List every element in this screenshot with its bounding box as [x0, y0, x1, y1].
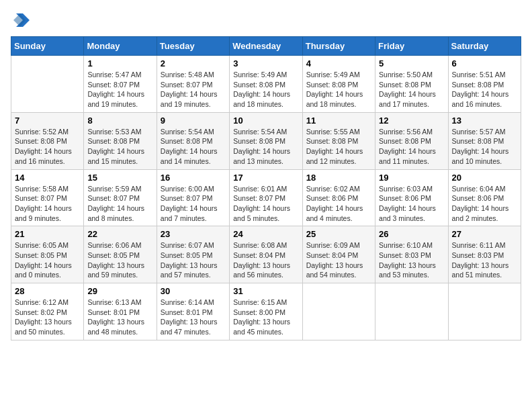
calendar-cell: 16Sunrise: 6:00 AMSunset: 8:07 PMDayligh…	[157, 169, 229, 226]
calendar-cell: 8Sunrise: 5:53 AMSunset: 8:08 PMDaylight…	[84, 112, 157, 169]
weekday-header-wednesday: Wednesday	[230, 37, 302, 56]
day-number: 27	[452, 229, 517, 239]
calendar-cell: 20Sunrise: 6:04 AMSunset: 8:06 PMDayligh…	[448, 169, 521, 226]
cell-content: Sunrise: 6:13 AMSunset: 8:01 PMDaylight:…	[87, 298, 152, 337]
calendar-cell: 24Sunrise: 6:08 AMSunset: 8:04 PMDayligh…	[230, 226, 302, 283]
cell-content: Sunrise: 6:15 AMSunset: 8:00 PMDaylight:…	[233, 298, 298, 337]
day-number: 13	[452, 116, 517, 126]
calendar-cell	[448, 283, 521, 340]
cell-content: Sunrise: 5:58 AMSunset: 8:07 PMDaylight:…	[15, 184, 80, 224]
calendar-week-row: 1Sunrise: 5:47 AMSunset: 8:07 PMDaylight…	[11, 56, 521, 113]
calendar-cell: 2Sunrise: 5:48 AMSunset: 8:07 PMDaylight…	[157, 56, 229, 113]
calendar-cell: 21Sunrise: 6:05 AMSunset: 8:05 PMDayligh…	[11, 226, 84, 283]
cell-content: Sunrise: 5:47 AMSunset: 8:07 PMDaylight:…	[87, 70, 152, 109]
calendar-cell: 18Sunrise: 6:02 AMSunset: 8:06 PMDayligh…	[302, 169, 375, 226]
calendar-week-row: 7Sunrise: 5:52 AMSunset: 8:08 PMDaylight…	[11, 112, 521, 169]
calendar-cell: 7Sunrise: 5:52 AMSunset: 8:08 PMDaylight…	[11, 112, 84, 169]
day-number: 30	[161, 286, 226, 296]
calendar-cell: 23Sunrise: 6:07 AMSunset: 8:05 PMDayligh…	[157, 226, 229, 283]
calendar-cell: 13Sunrise: 5:57 AMSunset: 8:08 PMDayligh…	[448, 112, 521, 169]
cell-content: Sunrise: 6:08 AMSunset: 8:04 PMDaylight:…	[233, 240, 298, 280]
weekday-header-friday: Friday	[375, 37, 448, 56]
cell-content: Sunrise: 6:09 AMSunset: 8:04 PMDaylight:…	[306, 240, 371, 280]
calendar-cell: 6Sunrise: 5:51 AMSunset: 8:08 PMDaylight…	[448, 56, 521, 113]
cell-content: Sunrise: 5:50 AMSunset: 8:08 PMDaylight:…	[379, 70, 444, 109]
day-number: 3	[233, 58, 298, 68]
day-number: 25	[306, 229, 371, 239]
day-number: 24	[233, 229, 298, 239]
day-number: 9	[161, 116, 226, 126]
logo-icon	[11, 11, 30, 30]
day-number: 5	[379, 58, 444, 68]
calendar-cell: 9Sunrise: 5:54 AMSunset: 8:08 PMDaylight…	[157, 112, 229, 169]
day-number: 11	[306, 116, 371, 126]
cell-content: Sunrise: 6:10 AMSunset: 8:03 PMDaylight:…	[379, 240, 444, 280]
cell-content: Sunrise: 6:14 AMSunset: 8:01 PMDaylight:…	[161, 298, 226, 337]
calendar-cell: 3Sunrise: 5:49 AMSunset: 8:08 PMDaylight…	[230, 56, 302, 113]
day-number: 28	[15, 286, 80, 296]
calendar-week-row: 14Sunrise: 5:58 AMSunset: 8:07 PMDayligh…	[11, 169, 521, 226]
day-number: 31	[233, 286, 298, 296]
weekday-header-thursday: Thursday	[302, 37, 375, 56]
calendar-table: SundayMondayTuesdayWednesdayThursdayFrid…	[11, 36, 521, 340]
calendar-cell: 29Sunrise: 6:13 AMSunset: 8:01 PMDayligh…	[84, 283, 157, 340]
cell-content: Sunrise: 6:12 AMSunset: 8:02 PMDaylight:…	[15, 298, 80, 337]
weekday-header-tuesday: Tuesday	[157, 37, 229, 56]
cell-content: Sunrise: 6:00 AMSunset: 8:07 PMDaylight:…	[161, 184, 226, 224]
calendar-cell: 22Sunrise: 6:06 AMSunset: 8:05 PMDayligh…	[84, 226, 157, 283]
calendar-cell: 30Sunrise: 6:14 AMSunset: 8:01 PMDayligh…	[157, 283, 229, 340]
calendar-cell: 4Sunrise: 5:49 AMSunset: 8:08 PMDaylight…	[302, 56, 375, 113]
day-number: 2	[161, 58, 226, 68]
day-number: 6	[452, 58, 517, 68]
cell-content: Sunrise: 6:02 AMSunset: 8:06 PMDaylight:…	[306, 184, 371, 224]
weekday-header-monday: Monday	[84, 37, 157, 56]
calendar-cell: 26Sunrise: 6:10 AMSunset: 8:03 PMDayligh…	[375, 226, 448, 283]
calendar-cell: 17Sunrise: 6:01 AMSunset: 8:07 PMDayligh…	[230, 169, 302, 226]
cell-content: Sunrise: 6:07 AMSunset: 8:05 PMDaylight:…	[161, 240, 226, 280]
day-number: 26	[379, 229, 444, 239]
calendar-cell: 15Sunrise: 5:59 AMSunset: 8:07 PMDayligh…	[84, 169, 157, 226]
day-number: 21	[15, 229, 80, 239]
cell-content: Sunrise: 6:03 AMSunset: 8:06 PMDaylight:…	[379, 184, 444, 224]
day-number: 19	[379, 173, 444, 183]
cell-content: Sunrise: 5:48 AMSunset: 8:07 PMDaylight:…	[161, 70, 226, 109]
day-number: 8	[87, 116, 152, 126]
cell-content: Sunrise: 5:51 AMSunset: 8:08 PMDaylight:…	[452, 70, 517, 109]
calendar-cell: 19Sunrise: 6:03 AMSunset: 8:06 PMDayligh…	[375, 169, 448, 226]
weekday-header-saturday: Saturday	[448, 37, 521, 56]
calendar-cell: 28Sunrise: 6:12 AMSunset: 8:02 PMDayligh…	[11, 283, 84, 340]
day-number: 14	[15, 173, 80, 183]
cell-content: Sunrise: 6:11 AMSunset: 8:03 PMDaylight:…	[452, 240, 517, 280]
calendar-cell: 11Sunrise: 5:55 AMSunset: 8:08 PMDayligh…	[302, 112, 375, 169]
day-number: 17	[233, 173, 298, 183]
cell-content: Sunrise: 6:01 AMSunset: 8:07 PMDaylight:…	[233, 184, 298, 224]
cell-content: Sunrise: 5:54 AMSunset: 8:08 PMDaylight:…	[233, 127, 298, 167]
calendar-week-row: 21Sunrise: 6:05 AMSunset: 8:05 PMDayligh…	[11, 226, 521, 283]
day-number: 12	[379, 116, 444, 126]
cell-content: Sunrise: 5:49 AMSunset: 8:08 PMDaylight:…	[306, 70, 371, 109]
day-number: 7	[15, 116, 80, 126]
logo	[11, 11, 32, 30]
cell-content: Sunrise: 6:06 AMSunset: 8:05 PMDaylight:…	[87, 240, 152, 280]
day-number: 1	[87, 58, 152, 68]
calendar-cell	[375, 283, 448, 340]
day-number: 16	[161, 173, 226, 183]
calendar-cell: 10Sunrise: 5:54 AMSunset: 8:08 PMDayligh…	[230, 112, 302, 169]
calendar-cell	[11, 56, 84, 113]
calendar-cell: 14Sunrise: 5:58 AMSunset: 8:07 PMDayligh…	[11, 169, 84, 226]
calendar-cell: 1Sunrise: 5:47 AMSunset: 8:07 PMDaylight…	[84, 56, 157, 113]
day-number: 15	[87, 173, 152, 183]
cell-content: Sunrise: 6:05 AMSunset: 8:05 PMDaylight:…	[15, 240, 80, 280]
cell-content: Sunrise: 5:55 AMSunset: 8:08 PMDaylight:…	[306, 127, 371, 167]
weekday-header-sunday: Sunday	[11, 37, 84, 56]
cell-content: Sunrise: 5:53 AMSunset: 8:08 PMDaylight:…	[87, 127, 152, 167]
calendar-cell	[302, 283, 375, 340]
day-number: 18	[306, 173, 371, 183]
calendar-cell: 31Sunrise: 6:15 AMSunset: 8:00 PMDayligh…	[230, 283, 302, 340]
calendar-cell: 25Sunrise: 6:09 AMSunset: 8:04 PMDayligh…	[302, 226, 375, 283]
cell-content: Sunrise: 5:54 AMSunset: 8:08 PMDaylight:…	[161, 127, 226, 167]
day-number: 29	[87, 286, 152, 296]
calendar-cell: 27Sunrise: 6:11 AMSunset: 8:03 PMDayligh…	[448, 226, 521, 283]
cell-content: Sunrise: 6:04 AMSunset: 8:06 PMDaylight:…	[452, 184, 517, 224]
header	[11, 11, 521, 30]
